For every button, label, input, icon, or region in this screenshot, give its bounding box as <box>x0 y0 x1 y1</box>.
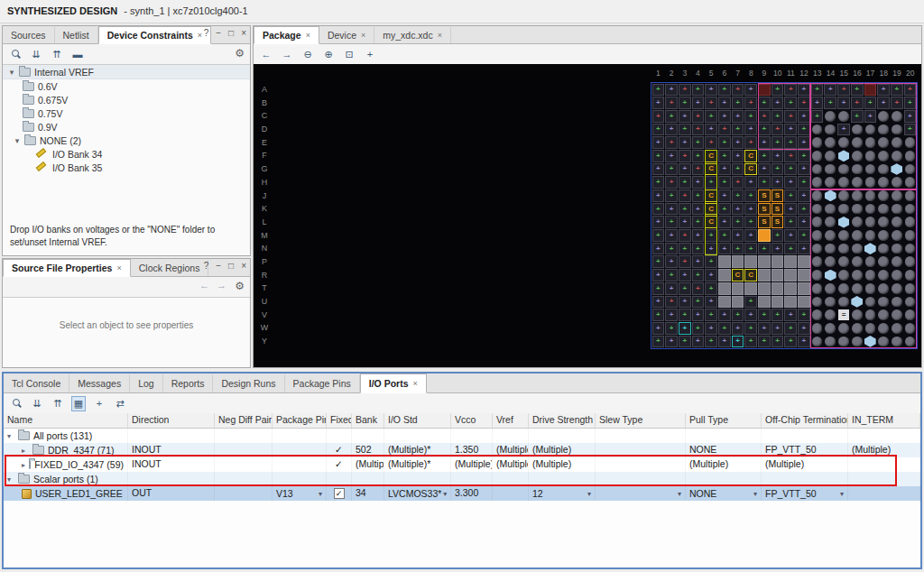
expand-all-icon[interactable]: ⇊ <box>29 47 43 62</box>
pin-cell[interactable]: + <box>652 136 665 149</box>
pin-cell[interactable] <box>758 229 771 242</box>
collapse-all-icon[interactable]: ⇈ <box>50 47 64 62</box>
pin-cell[interactable]: + <box>732 203 744 216</box>
pin-cell[interactable] <box>852 230 863 241</box>
tab-messages[interactable]: Messages <box>69 374 130 392</box>
pin-cell[interactable]: + <box>665 229 678 242</box>
pin-cell[interactable] <box>718 282 731 295</box>
pin-cell[interactable] <box>892 230 902 241</box>
pin-cell[interactable]: + <box>665 97 678 109</box>
pin-cell[interactable]: + <box>784 110 797 123</box>
pin-cell[interactable] <box>865 270 876 281</box>
pin-cell[interactable]: + <box>718 84 731 97</box>
pin-cell[interactable]: + <box>904 110 917 123</box>
pin-cell[interactable]: S <box>758 216 771 228</box>
help-icon[interactable]: ? <box>204 261 209 271</box>
pin-cell[interactable]: = <box>838 309 849 320</box>
pin-cell[interactable] <box>838 204 849 215</box>
pin-cell[interactable] <box>878 230 889 241</box>
pin-cell[interactable]: + <box>891 97 903 109</box>
pin-cell[interactable]: + <box>798 124 810 136</box>
pin-cell[interactable] <box>851 296 863 308</box>
pin-cell[interactable]: + <box>718 229 731 242</box>
pin-cell[interactable]: + <box>692 322 705 335</box>
pin-cell[interactable] <box>812 164 823 175</box>
pin-cell[interactable]: + <box>744 243 757 255</box>
pin-cell[interactable] <box>905 323 916 334</box>
pin-cell[interactable]: + <box>679 216 691 228</box>
pin-cell[interactable] <box>838 111 849 122</box>
tab-reports[interactable]: Reports <box>163 374 214 392</box>
pin-cell[interactable]: + <box>718 189 731 202</box>
pin-cell[interactable]: + <box>665 150 678 162</box>
column-header-offchip[interactable]: Off-Chip Termination <box>762 413 848 428</box>
pin-cell[interactable] <box>878 190 889 201</box>
pin-cell[interactable]: + <box>798 189 810 202</box>
package-view-canvas[interactable]: 1234567891011121314151617181920 ABCDEFGH… <box>254 64 921 367</box>
pin-cell[interactable]: + <box>652 176 665 189</box>
pin-cell[interactable]: + <box>718 136 731 149</box>
pin-cell[interactable] <box>878 270 889 281</box>
pin-cell[interactable]: C <box>744 269 757 281</box>
pin-cell[interactable]: + <box>665 189 678 202</box>
pin-cell[interactable]: + <box>679 255 691 268</box>
pin-cell[interactable] <box>878 283 889 294</box>
pin-cell[interactable]: + <box>784 189 797 202</box>
pin-cell[interactable]: + <box>904 97 917 109</box>
pin-cell[interactable]: + <box>692 243 705 255</box>
pin-cell[interactable]: + <box>851 97 864 109</box>
pin-cell[interactable]: + <box>718 336 731 348</box>
tab-tcl-console[interactable]: Tcl Console <box>4 374 69 392</box>
pin-cell[interactable] <box>812 283 823 294</box>
column-header-vref[interactable]: Vref <box>493 413 529 428</box>
tree-item-0p75v[interactable]: 0.75V <box>3 106 250 120</box>
expand-all-icon[interactable]: ⇊ <box>30 396 44 411</box>
settings-icon[interactable]: ⚙ <box>235 47 245 60</box>
pin-cell[interactable]: + <box>665 309 678 321</box>
pin-cell[interactable]: + <box>679 203 691 216</box>
pin-cell[interactable]: + <box>772 163 784 176</box>
pin-cell[interactable]: + <box>665 84 678 97</box>
pin-cell[interactable] <box>852 323 863 334</box>
pin-cell[interactable] <box>825 337 836 347</box>
pin-cell[interactable] <box>852 244 863 254</box>
pin-cell[interactable] <box>838 217 850 228</box>
pin-cell[interactable] <box>825 190 836 202</box>
pin-cell[interactable]: + <box>784 203 797 216</box>
pin-cell[interactable] <box>905 230 916 241</box>
pin-cell[interactable]: + <box>705 296 717 309</box>
pin-cell[interactable]: + <box>692 84 705 97</box>
pin-cell[interactable]: + <box>692 176 705 189</box>
pin-cell[interactable]: + <box>732 336 744 348</box>
pin-cell[interactable]: C <box>744 163 757 176</box>
pin-cell[interactable] <box>758 84 771 97</box>
pin-cell[interactable]: + <box>744 84 757 97</box>
pin-cell[interactable] <box>784 269 797 281</box>
pin-cell[interactable]: + <box>798 229 810 242</box>
pin-cell[interactable] <box>838 230 849 241</box>
pin-cell[interactable]: + <box>652 309 665 321</box>
pin-cell[interactable]: + <box>679 189 691 202</box>
pin-cell[interactable]: + <box>772 176 784 189</box>
pin-cell[interactable]: + <box>718 110 731 123</box>
io-port-row[interactable]: ▾Scalar ports (1) <box>4 472 920 486</box>
pin-cell[interactable] <box>865 283 876 294</box>
pin-cell[interactable] <box>905 137 916 148</box>
pin-cell[interactable]: + <box>798 243 810 255</box>
pin-cell[interactable] <box>732 255 744 268</box>
pin-cell[interactable]: + <box>732 150 744 162</box>
fixed-checkbox[interactable]: ✓ <box>334 488 345 499</box>
pin-cell[interactable] <box>892 177 902 188</box>
cell-fixed[interactable]: ✓ <box>327 486 352 501</box>
tab-clock-regions[interactable]: Clock Regions <box>131 260 209 276</box>
reorder-icon[interactable]: ⇄ <box>113 396 127 411</box>
pin-cell[interactable]: + <box>665 282 678 295</box>
pin-cell[interactable] <box>852 190 863 201</box>
help-icon[interactable]: ? <box>204 28 209 38</box>
pin-cell[interactable]: S <box>758 189 771 202</box>
pin-cell[interactable]: + <box>665 216 678 228</box>
pin-cell[interactable]: + <box>758 176 771 189</box>
pin-cell[interactable] <box>718 255 731 268</box>
pin-cell[interactable]: + <box>772 136 784 149</box>
column-header-name[interactable]: Name <box>4 413 128 428</box>
